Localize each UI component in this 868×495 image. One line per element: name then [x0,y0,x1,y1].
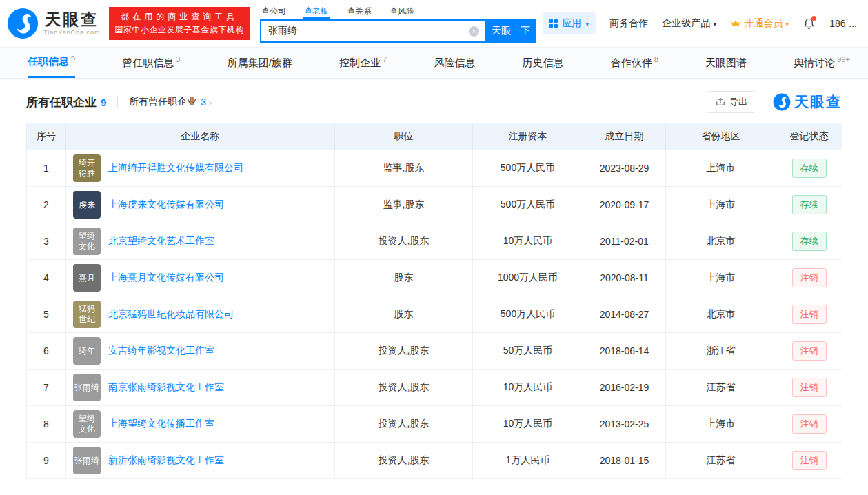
enterprise-products-menu[interactable]: 企业级产品 ▾ [662,17,716,30]
nav-tab-label: 天眼图谱 [705,57,747,70]
search-input[interactable] [261,26,469,37]
nav-tab-label: 历史信息 [523,57,564,70]
crown-icon [730,18,741,29]
registered-capital-cell: 500万人民币 [473,150,583,187]
company-logo[interactable]: 张雨绮 [73,447,101,474]
column-header: 成立日期 [583,123,666,150]
table-row: 5猛犸世纪北京猛犸世纪化妆品有限公司股东500万人民币2014-08-27北京市… [27,296,842,333]
nav-tab-count: 99+ [837,55,850,63]
former-positions-link[interactable]: 所有曾任职企业 [129,96,196,108]
search-tab[interactable]: 查关系 [345,4,373,19]
company-link[interactable]: 上海虔来文化传媒有限公司 [108,199,224,211]
status-badge: 存续 [792,232,827,251]
business-cooperation-link[interactable]: 商务合作 [609,17,648,30]
status-cell: 注销 [776,260,842,296]
company-cell: 虔来上海虔来文化传媒有限公司 [66,187,335,223]
company-logo[interactable]: 虔来 [73,191,101,219]
export-label: 导出 [729,96,747,108]
notifications-bell-button[interactable] [803,17,816,30]
clear-icon[interactable]: × [469,26,479,37]
region-cell: 北京市 [666,223,776,260]
row-index-cell: 1 [27,150,66,187]
position-cell: 股东 [335,296,473,333]
company-link[interactable]: 北京望绮文化艺术工作室 [108,235,214,248]
top-header: 天眼查 TianYanCha.com 都在用的商业查询工具 国家中小企业发展子基… [0,0,868,47]
company-link[interactable]: 上海绮开得胜文化传媒有限公司 [108,162,243,174]
company-logo[interactable]: 猛犸世纪 [73,301,101,328]
registered-capital-cell: 10万人民币 [473,370,583,406]
row-index-cell: 4 [27,260,66,296]
company-link[interactable]: 上海望绮文化传播工作室 [108,418,214,430]
nav-tab[interactable]: 所属集团/族群 [228,48,292,78]
company-cell: 猛犸世纪北京猛犸世纪化妆品有限公司 [66,296,335,333]
nav-tab[interactable]: 合作伙伴8 [611,48,658,78]
nav-tab[interactable]: 任职信息9 [28,48,75,78]
enterprise-label: 企业级产品 [662,17,710,30]
table-header-row: 序号企业名称职位注册资本成立日期省份地区登记状态 [27,123,842,150]
status-cell: 注销 [776,370,842,406]
nav-tab[interactable]: 风险信息 [434,48,475,78]
nav-tab-label: 舆情讨论 [794,57,835,70]
vip-membership-menu[interactable]: 开通会员 ▾ [730,17,789,30]
region-cell: 上海市 [666,150,776,187]
chevron-right-icon[interactable]: › [208,97,212,108]
company-link[interactable]: 南京张雨绮影视文化工作室 [108,381,224,394]
position-cell: 投资人,股东 [335,333,473,370]
column-header: 登记状态 [776,123,842,150]
search-tab[interactable]: 查风险 [388,4,416,19]
nav-tab-count: 9 [71,54,75,63]
watermark-text: 天眼查 [794,92,842,112]
former-positions-count[interactable]: 3 [201,97,206,108]
position-cell: 投资人,股东 [335,223,473,260]
company-link[interactable]: 新沂张雨绮影视文化工作室 [108,454,224,467]
nav-tab-label: 任职信息 [28,55,69,68]
region-cell: 上海市 [666,187,776,223]
region-cell: 江苏省 [666,443,776,479]
column-header: 职位 [335,123,473,150]
company-logo[interactable]: 绮开得胜 [73,154,101,182]
company-link[interactable]: 安吉绮年影视文化工作室 [108,345,214,357]
apps-grid-icon [549,19,558,28]
search-button[interactable]: 天眼一下 [486,19,536,43]
table-row: 6绮年安吉绮年影视文化工作室投资人,股东50万人民币2018-06-14浙江省注… [27,333,842,370]
search-tab[interactable]: 查公司 [260,4,287,19]
company-logo[interactable]: 望绮文化 [73,228,101,255]
column-header: 企业名称 [66,123,335,150]
user-account-menu[interactable]: 186˙... [829,18,857,29]
company-link[interactable]: 北京猛犸世纪化妆品有限公司 [108,308,234,321]
registered-capital-cell: 10万人民币 [473,223,583,260]
status-cell: 存续 [776,223,842,260]
column-header: 序号 [27,123,66,150]
section-title-count: 9 [101,97,106,108]
nav-tab[interactable]: 控制企业7 [339,48,387,78]
table-row: 2虔来上海虔来文化传媒有限公司监事,股东500万人民币2020-09-17上海市… [27,187,842,223]
nav-tab[interactable]: 曾任职信息3 [122,48,180,78]
nav-tab[interactable]: 天眼图谱 [705,48,747,78]
status-cell: 注销 [776,406,842,443]
company-link[interactable]: 上海熹月文化传媒有限公司 [108,272,224,284]
tianyancha-logo[interactable]: 天眼查 TianYanCha.com [7,8,101,39]
company-cell: 望绮文化北京望绮文化艺术工作室 [66,223,335,260]
registered-capital-cell: 50万人民币 [473,333,583,370]
row-index-cell: 2 [27,187,66,223]
company-logo[interactable]: 望绮文化 [73,410,101,438]
nav-tab[interactable]: 舆情讨论99+ [794,48,850,78]
apps-menu-button[interactable]: 应用 ▾ [543,12,596,34]
position-cell: 投资人,股东 [335,443,473,479]
row-index-cell: 5 [27,296,66,333]
search-tab[interactable]: 查老板 [303,4,330,19]
export-button[interactable]: 导出 [707,91,756,113]
status-badge: 注销 [792,451,827,470]
status-badge: 注销 [792,305,827,324]
notification-dot [811,16,816,21]
company-logo[interactable]: 张雨绮 [73,374,101,401]
status-badge: 注销 [792,341,827,361]
search-area: 查公司查老板查关系查风险 × 天眼一下 [260,4,536,43]
company-logo[interactable]: 熹月 [73,264,101,292]
company-cell: 熹月上海熹月文化传媒有限公司 [66,260,335,296]
nav-tab[interactable]: 历史信息 [523,48,564,78]
region-cell: 江苏省 [666,370,776,406]
company-logo[interactable]: 绮年 [73,337,101,365]
nav-tab-label: 曾任职信息 [122,57,174,70]
company-cell: 绮年安吉绮年影视文化工作室 [66,333,335,370]
